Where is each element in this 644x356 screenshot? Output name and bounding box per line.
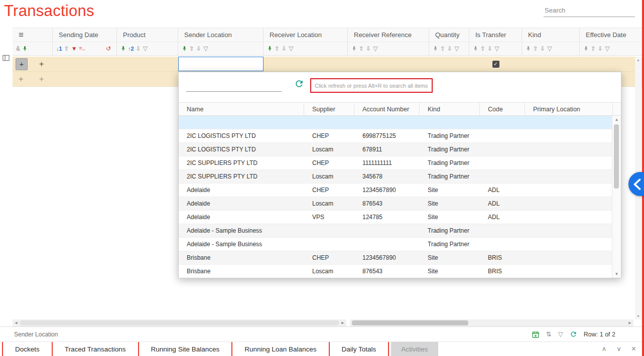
scrollbar-thumb[interactable] xyxy=(352,320,468,325)
filter-funnel-icon[interactable]: ▽ xyxy=(289,46,293,52)
sort-desc-icon[interactable]: ⇩ xyxy=(282,46,287,52)
filter-cell-quantity[interactable]: ⇧⇩▽ xyxy=(429,42,469,56)
column-header-quantity[interactable]: Quantity xyxy=(429,28,469,42)
filter-cell-is-transfer[interactable]: ⇧⇩▽ xyxy=(469,42,522,56)
sort-asc-icon[interactable]: ⇧ xyxy=(480,46,485,52)
pin-icon[interactable] xyxy=(267,46,273,52)
hamburger-menu-icon[interactable]: ≡ xyxy=(19,31,24,39)
sort-desc-icon[interactable]: ⇩ xyxy=(366,46,371,52)
pin-icon[interactable] xyxy=(473,46,478,52)
pin-icon[interactable] xyxy=(351,46,357,52)
lookup-filter-input[interactable] xyxy=(186,79,282,92)
scroll-up-icon[interactable]: ▲ xyxy=(635,58,641,62)
column-header-kind[interactable]: Kind xyxy=(522,28,580,42)
filter-funnel-icon[interactable]: ▽ xyxy=(203,46,208,52)
sort-asc-icon[interactable]: ⇧ xyxy=(359,46,364,52)
lookup-row[interactable]: Adelaide - Sample BusinessTrading Partne… xyxy=(179,238,612,251)
filter-expression-text[interactable]: =... xyxy=(79,46,85,51)
column-header-receiver-reference[interactable]: Receiver Reference xyxy=(348,28,429,42)
lookup-scrollbar[interactable]: ▲ ▼ xyxy=(612,116,621,278)
column-header-receiver-location[interactable]: Receiver Location xyxy=(264,28,348,42)
filter-funnel-icon[interactable]: ▽ xyxy=(605,46,609,52)
filter-cell-sending-date[interactable]: ↓1⇧▼=...↺ xyxy=(53,42,117,56)
collapse-up-icon[interactable]: ∧ xyxy=(602,345,607,352)
lookup-header-name[interactable]: Name xyxy=(179,103,304,115)
tab-activities[interactable]: Activities xyxy=(391,342,438,356)
column-header-is-transfer[interactable]: Is Transfer xyxy=(469,28,522,42)
sort-order-2-badge[interactable]: ↑2 xyxy=(128,46,134,52)
tab-dockets[interactable]: Dockets xyxy=(5,342,50,356)
grid-row[interactable]: ++✓ xyxy=(13,57,644,72)
filter-funnel-icon[interactable]: ▽ xyxy=(373,46,377,52)
tab-daily-totals[interactable]: Daily Totals xyxy=(332,342,387,356)
filter-funnel-icon[interactable]: ▽ xyxy=(558,331,563,337)
search-input[interactable] xyxy=(544,4,635,17)
pin-icon[interactable] xyxy=(182,46,187,52)
collapse-down-icon[interactable]: ∨ xyxy=(616,345,621,352)
lookup-row[interactable]: BrisbaneLoscam876543SiteBRIS xyxy=(179,265,612,278)
tab-running-site-balances[interactable]: Running Site Balances xyxy=(141,342,230,356)
pin-icon[interactable] xyxy=(120,46,126,52)
filter-cell-row-indicator[interactable]: & xyxy=(13,42,53,56)
scrollbar-thumb[interactable] xyxy=(20,320,339,325)
lookup-row[interactable]: AdelaideCHEP1234567890SiteADL xyxy=(179,184,612,197)
sort-asc-icon[interactable]: ⇧ xyxy=(533,46,538,52)
scroll-left-icon[interactable]: ◀ xyxy=(13,319,20,326)
filter-active-icon[interactable]: ▼ xyxy=(71,46,77,52)
sort-toggle-icon[interactable]: ⇅ xyxy=(546,331,552,337)
sort-asc-icon[interactable]: ⇧ xyxy=(275,46,280,52)
filter-funnel-icon[interactable]: ▽ xyxy=(494,46,499,52)
filter-cell-sender-location[interactable]: ⇧⇩▽ xyxy=(178,42,264,56)
sort-desc-icon[interactable]: ⇩ xyxy=(136,46,141,52)
lookup-row[interactable]: AdelaideVPS124785SiteADL xyxy=(179,211,612,224)
lookup-row[interactable]: 2IC SUPPLIERS PTY LTDLoscam345678Trading… xyxy=(179,170,612,184)
scroll-down-icon[interactable]: ▼ xyxy=(612,272,621,276)
clear-filter-icon[interactable]: ↺ xyxy=(106,46,111,52)
sort-order-1-badge[interactable]: ↓1 xyxy=(56,46,62,52)
column-header-row-indicator[interactable]: ≡ xyxy=(13,28,53,42)
flyout-collapse-button[interactable] xyxy=(628,172,644,196)
sort-desc-icon[interactable]: ⇩ xyxy=(598,46,603,52)
is-transfer-checkbox[interactable]: ✓ xyxy=(492,61,499,68)
sort-desc-icon[interactable]: ⇩ xyxy=(447,46,452,52)
grid-horizontal-scrollbar-left[interactable]: ◀ ▶ xyxy=(13,319,346,326)
lookup-row[interactable]: 2IC LOGISTICS PTY LTDLoscam678911Trading… xyxy=(179,143,612,156)
grid-horizontal-scrollbar-right[interactable]: ▶ xyxy=(350,319,633,326)
filter-builder-icon[interactable]: & xyxy=(16,46,20,52)
sort-desc-icon[interactable]: ⇩ xyxy=(487,46,492,52)
filter-cell-effective-date[interactable]: ⇧⇩▽ xyxy=(580,42,644,56)
sort-desc-icon[interactable]: ⇩ xyxy=(196,46,201,52)
close-icon[interactable]: × xyxy=(631,345,636,353)
filter-funnel-icon[interactable]: ▽ xyxy=(143,46,148,52)
add-row-icon[interactable]: + xyxy=(39,75,44,84)
sort-asc-icon[interactable]: ⇧ xyxy=(189,46,194,52)
sort-asc-icon[interactable]: ⇧ xyxy=(591,46,596,52)
filter-cell-receiver-reference[interactable]: ⇧⇩▽ xyxy=(348,42,429,56)
lookup-row[interactable]: AdelaideLoscam876543SiteADL xyxy=(179,197,612,211)
filter-cell-receiver-location[interactable]: ⇧⇩▽ xyxy=(264,42,348,56)
add-row-icon[interactable]: + xyxy=(39,60,44,69)
lookup-header-kind[interactable]: Kind xyxy=(420,103,480,115)
lookup-header-supplier[interactable]: Supplier xyxy=(304,103,354,115)
pin-icon[interactable] xyxy=(583,46,589,52)
sender-location-editor[interactable] xyxy=(178,57,264,71)
tab-traced-transactions[interactable]: Traced Transactions xyxy=(55,342,136,356)
column-header-product[interactable]: Product xyxy=(117,28,178,42)
column-header-effective-date[interactable]: Effective Date xyxy=(580,28,644,42)
filter-cell-kind[interactable]: ⇧⇩▽ xyxy=(522,42,580,56)
filter-cell-product[interactable]: ↑2⇩▽ xyxy=(117,42,178,56)
scroll-up-icon[interactable]: ▲ xyxy=(612,117,621,122)
lookup-row[interactable]: 2IC LOGISTICS PTY LTDCHEP6998775125Tradi… xyxy=(179,129,612,143)
pin-icon[interactable] xyxy=(526,46,531,52)
refresh-icon[interactable] xyxy=(293,78,305,90)
scroll-right-icon[interactable]: ▶ xyxy=(626,319,633,326)
column-chooser-icon[interactable] xyxy=(2,54,10,64)
lookup-row[interactable]: Adelaide - Sample BusinessTrading Partne… xyxy=(179,224,612,238)
lookup-row[interactable]: 2IC SUPPLIERS PTY LTDCHEP1111111111Tradi… xyxy=(179,156,612,170)
lookup-header-primary-location[interactable]: Primary Location xyxy=(525,103,613,115)
new-record-calendar-icon[interactable] xyxy=(532,330,540,338)
scroll-right-icon[interactable]: ▶ xyxy=(339,319,346,326)
lookup-row[interactable] xyxy=(179,116,612,129)
tab-running-loan-balances[interactable]: Running Loan Balances xyxy=(234,342,326,356)
lookup-header-code[interactable]: Code xyxy=(480,103,525,115)
